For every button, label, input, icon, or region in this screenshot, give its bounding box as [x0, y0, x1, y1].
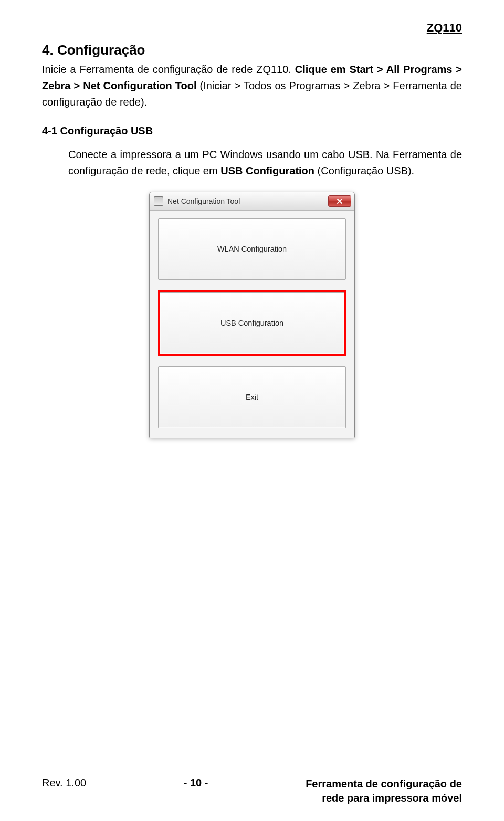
subsection-paragraph: Conecte a impressora a um PC Windows usa… [68, 147, 462, 179]
document-page: ZQ110 4. Configuração Inicie a Ferrament… [0, 0, 504, 821]
para-text-bold: USB Configuration [220, 165, 314, 176]
screenshot-container: Net Configuration Tool WLAN Configuratio… [42, 192, 462, 438]
section-title: 4. Configuração [42, 42, 462, 58]
usb-configuration-button[interactable]: USB Configuration [160, 292, 344, 354]
document-code: ZQ110 [427, 21, 462, 35]
product-name: Ferramenta de configuração de rede para … [306, 777, 462, 805]
dialog-title: Net Configuration Tool [167, 197, 328, 205]
exit-button-label: Exit [246, 393, 258, 401]
product-line-1: Ferramenta de configuração de [306, 778, 462, 789]
section-intro: Inicie a Ferramenta de configuração de r… [42, 61, 462, 110]
app-icon [154, 196, 163, 206]
wlan-button-label: WLAN Configuration [217, 245, 287, 253]
page-number: - 10 - [86, 777, 306, 789]
dialog-titlebar: Net Configuration Tool [150, 192, 354, 211]
highlight-frame: USB Configuration [158, 290, 346, 356]
close-button[interactable] [328, 195, 351, 207]
product-line-2: rede para impressora móvel [322, 792, 462, 804]
close-icon [337, 198, 343, 204]
dialog-window: Net Configuration Tool WLAN Configuratio… [149, 192, 355, 438]
intro-text-plain: Inicie a Ferramenta de configuração de r… [42, 64, 295, 75]
revision-label: Rev. 1.00 [42, 777, 86, 789]
exit-button[interactable]: Exit [158, 366, 346, 428]
dialog-body: WLAN Configuration USB Configuration Exi… [150, 211, 354, 438]
para-text-b: (Configuração USB). [314, 165, 414, 176]
subsection-title: 4-1 Configuração USB [42, 125, 462, 137]
page-footer: Rev. 1.00 - 10 - Ferramenta de configura… [42, 777, 462, 805]
wlan-configuration-button[interactable]: WLAN Configuration [158, 218, 346, 280]
usb-button-label: USB Configuration [220, 319, 284, 327]
